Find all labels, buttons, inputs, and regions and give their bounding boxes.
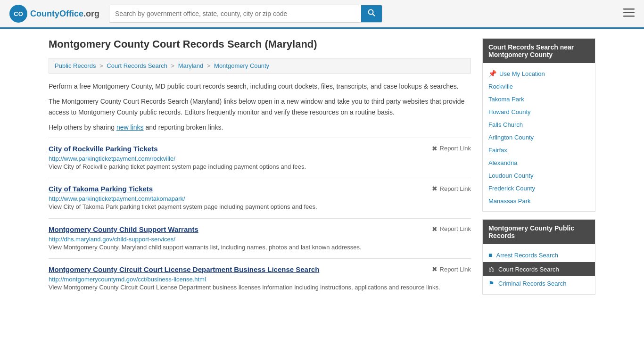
logo-link[interactable]: CO CountyOffice.org	[9, 5, 99, 23]
nearby-link[interactable]: Manassas Park	[483, 195, 595, 207]
result-desc: View City of Takoma Park parking ticket …	[49, 202, 471, 212]
search-input[interactable]	[109, 5, 361, 22]
search-bar	[109, 5, 382, 23]
result-title[interactable]: Montgomery County Child Support Warrants	[49, 225, 198, 233]
use-my-location-link[interactable]: 📌 Use My Location	[483, 67, 595, 80]
sidebar: Court Records Search near Montgomery Cou…	[482, 38, 595, 302]
nearby-body: 📌 Use My Location RockvilleTakoma ParkHo…	[483, 63, 595, 211]
svg-rect-5	[623, 12, 635, 14]
report-icon: ✖	[432, 265, 438, 273]
result-desc: View Montgomery County Circuit Court Lic…	[49, 283, 471, 292]
breadcrumb-maryland[interactable]: Maryland	[178, 62, 203, 69]
result-title[interactable]: Montgomery County Circuit Court License …	[49, 265, 319, 273]
result-header: City of Rockville Parking Tickets ✖ Repo…	[49, 145, 471, 153]
result-item: Montgomery County Circuit Court License …	[49, 258, 471, 299]
public-records-body: ■Arrest Records Search⚖Court Records Sea…	[483, 244, 595, 294]
content-area: Montgomery County Court Records Search (…	[49, 38, 471, 302]
page-title: Montgomery County Court Records Search (…	[49, 38, 471, 50]
nearby-link[interactable]: Arlington County	[483, 131, 595, 144]
result-header: Montgomery County Child Support Warrants…	[49, 225, 471, 233]
breadcrumb-sep1: >	[99, 62, 105, 69]
breadcrumb: Public Records > Court Records Search > …	[49, 58, 471, 74]
record-label: Arrest Records Search	[496, 252, 558, 259]
nearby-link[interactable]: Alexandria	[483, 156, 595, 169]
nearby-link[interactable]: Loudoun County	[483, 169, 595, 182]
breadcrumb-sep2: >	[171, 62, 176, 69]
nearby-header: Court Records Search near Montgomery Cou…	[483, 39, 595, 63]
result-url[interactable]: http://dhs.maryland.gov/child-support-se…	[49, 236, 175, 243]
public-record-link[interactable]: ⚖Court Records Search	[483, 262, 595, 276]
result-title[interactable]: City of Rockville Parking Tickets	[49, 145, 157, 153]
result-item: Montgomery County Child Support Warrants…	[49, 218, 471, 259]
description2: The Montgomery County Court Records Sear…	[49, 96, 471, 117]
result-header: Montgomery County Circuit Court License …	[49, 265, 471, 273]
new-links-link[interactable]: new links	[116, 123, 144, 131]
public-records-header: Montgomery County Public Records	[483, 220, 595, 244]
result-url[interactable]: http://www.parkingticketpayment.com/tako…	[49, 195, 185, 202]
report-link[interactable]: ✖ Report Link	[432, 265, 471, 273]
result-url[interactable]: http://montgomerycountymd.gov/cct/busine…	[49, 276, 206, 283]
result-item: City of Takoma Parking Tickets ✖ Report …	[49, 178, 471, 218]
location-icon: 📌	[488, 70, 496, 77]
record-icon: ⚑	[488, 280, 495, 287]
description3: Help others by sharing new links and rep…	[49, 122, 471, 132]
record-label: Court Records Search	[498, 266, 559, 273]
report-link[interactable]: ✖ Report Link	[432, 185, 471, 192]
logo-text: CountyOffice.org	[30, 9, 99, 19]
breadcrumb-court-records[interactable]: Court Records Search	[107, 62, 167, 69]
svg-line-3	[373, 14, 375, 16]
desc3-pre: Help others by sharing	[49, 123, 116, 131]
public-record-link[interactable]: ⚑Criminal Records Search	[483, 276, 595, 290]
nearby-link[interactable]: Howard County	[483, 106, 595, 118]
svg-rect-6	[623, 16, 635, 17]
report-icon: ✖	[432, 185, 438, 192]
nearby-box: Court Records Search near Montgomery Cou…	[482, 38, 595, 212]
report-link[interactable]: ✖ Report Link	[432, 145, 471, 152]
result-title[interactable]: City of Takoma Parking Tickets	[49, 185, 153, 193]
public-records-box: Montgomery County Public Records ■Arrest…	[482, 219, 595, 295]
main-container: Montgomery County Court Records Search (…	[39, 29, 605, 312]
nearby-link[interactable]: Frederick County	[483, 182, 595, 195]
report-icon: ✖	[432, 225, 438, 233]
result-header: City of Takoma Parking Tickets ✖ Report …	[49, 185, 471, 193]
report-link[interactable]: ✖ Report Link	[432, 225, 471, 233]
public-record-link[interactable]: ■Arrest Records Search	[483, 248, 595, 262]
search-button[interactable]	[361, 5, 382, 22]
svg-point-2	[369, 10, 373, 15]
nearby-link[interactable]: Takoma Park	[483, 93, 595, 106]
result-item: City of Rockville Parking Tickets ✖ Repo…	[49, 138, 471, 178]
svg-rect-4	[623, 8, 635, 10]
logo-icon: CO	[9, 5, 27, 23]
result-desc: View City of Rockville parking ticket pa…	[49, 162, 471, 172]
nearby-link[interactable]: Fairfax	[483, 144, 595, 156]
result-desc: View Montgomery County, Maryland child s…	[49, 243, 471, 252]
breadcrumb-sep3: >	[207, 62, 212, 69]
nearby-link[interactable]: Rockville	[483, 80, 595, 93]
description1: Perform a free Montgomery County, MD pub…	[49, 81, 471, 91]
report-icon: ✖	[432, 145, 438, 152]
breadcrumb-public-records[interactable]: Public Records	[55, 62, 96, 69]
record-icon: ⚖	[488, 265, 495, 273]
record-icon: ■	[488, 251, 492, 259]
svg-text:CO: CO	[14, 10, 23, 17]
menu-button[interactable]	[623, 8, 635, 20]
nearby-link[interactable]: Falls Church	[483, 118, 595, 131]
results-list: City of Rockville Parking Tickets ✖ Repo…	[49, 138, 471, 299]
site-header: CO CountyOffice.org	[0, 0, 644, 29]
result-url[interactable]: http://www.parkingticketpayment.com/rock…	[49, 155, 175, 162]
record-label: Criminal Records Search	[498, 280, 567, 287]
breadcrumb-montgomery[interactable]: Montgomery County	[214, 62, 269, 69]
desc3-post: and reporting broken links.	[144, 123, 223, 131]
